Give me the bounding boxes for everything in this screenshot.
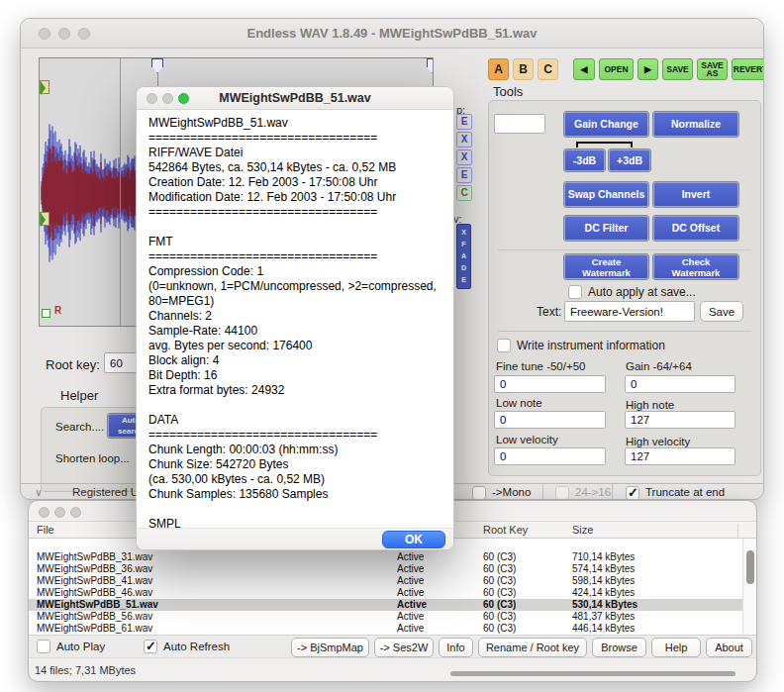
left-loop-marker-icon[interactable] (40, 212, 49, 226)
column-size[interactable]: Size (572, 524, 593, 536)
info-line: Modification Date: 12. Feb 2003 - 17:50:… (148, 190, 445, 205)
table-row-selected[interactable]: MWEightSwPdBB_51.wav Active 60 (C3) 530,… (29, 599, 742, 611)
info-line: Chunk Size: 542720 Bytes (148, 457, 445, 472)
ses2w-button[interactable]: -> Ses2W (374, 638, 434, 657)
shorten-loop-label[interactable]: Shorten loop... (55, 452, 130, 464)
watermark-save-button[interactable]: Save (700, 301, 743, 322)
cell-status: Active (397, 623, 424, 634)
copy-button[interactable]: C (456, 185, 472, 201)
table-row[interactable]: MWEightSwPdBB_31.wav Active 60 (C3) 710,… (29, 551, 742, 563)
root-key-label: Root key: (46, 357, 100, 372)
save-as-button[interactable]: SAVE AS (697, 58, 728, 80)
auto-apply-checkbox[interactable] (568, 285, 582, 299)
gain-change-button[interactable]: Gain Change (564, 112, 648, 137)
dc-filter-button[interactable]: DC Filter (564, 216, 648, 241)
close-icon[interactable] (39, 507, 49, 518)
create-watermark-button[interactable]: Create Watermark (564, 254, 648, 279)
cell-status: Active (397, 587, 424, 598)
cell-size: 598,14 kBytes (572, 575, 635, 586)
ok-button[interactable]: OK (382, 531, 445, 548)
save-button[interactable]: SAVE (662, 58, 693, 80)
about-button[interactable]: About (706, 638, 752, 657)
next-file-button[interactable]: ▶ (637, 58, 658, 80)
column-root-key[interactable]: Root Key (483, 524, 528, 536)
invert-button[interactable]: Invert (653, 182, 738, 207)
rename-root-key-button[interactable]: Rename / Root key (478, 638, 587, 657)
info-button[interactable]: Info (439, 638, 473, 657)
delete-button-2[interactable]: X (456, 149, 472, 165)
cell-file: MWEightSwPdBB_41.wav (37, 575, 363, 586)
info-line (148, 502, 445, 517)
slot-c-button[interactable]: C (538, 58, 558, 80)
marker-line[interactable] (120, 58, 121, 326)
auto-play-checkbox[interactable] (37, 640, 50, 653)
open-button[interactable]: OPEN (599, 58, 634, 80)
table-row[interactable]: MWEightSwPdBB_56.wav Active 60 (C3) 481,… (29, 611, 742, 623)
info-line: FMT (148, 235, 445, 249)
help-button[interactable]: Help (651, 638, 701, 657)
table-row[interactable]: MWEightSwPdBB_61.wav Active 60 (C3) 446,… (29, 623, 742, 635)
fine-tune-field[interactable] (494, 375, 606, 393)
cell-root-key: 60 (C3) (483, 587, 516, 598)
cell-size: 710,14 kBytes (572, 551, 635, 562)
edit-button-2[interactable]: E (456, 167, 472, 183)
table-row[interactable]: MWEightSwPdBB_46.wav Active 60 (C3) 424,… (29, 587, 742, 599)
plus-3db-button[interactable]: +3dB (609, 149, 650, 171)
horizontal-scrollbar[interactable] (450, 671, 735, 676)
vertical-scrollbar[interactable] (742, 539, 756, 635)
info-line: DATA (148, 413, 445, 428)
slot-b-button[interactable]: B (513, 58, 534, 80)
slot-a-button[interactable]: A (488, 58, 509, 80)
gain-range-field[interactable] (625, 375, 735, 393)
low-note-field[interactable] (494, 411, 606, 429)
column-file[interactable]: File (37, 524, 54, 536)
tools-title: Tools (493, 84, 523, 99)
info-line: Extra format bytes: 24932 (148, 383, 445, 398)
mono-checkbox[interactable] (472, 486, 486, 500)
minimize-icon[interactable] (54, 507, 65, 518)
low-velocity-field[interactable] (494, 447, 606, 465)
cell-size: 424,14 kBytes (572, 587, 635, 598)
right-channel-marker-icon[interactable] (42, 309, 50, 318)
right-channel-label: R (54, 305, 61, 316)
left-marker-icon[interactable] (40, 80, 49, 94)
swap-channels-button[interactable]: Swap Channels (564, 182, 648, 207)
revert-button[interactable]: REVERT (732, 58, 764, 80)
table-row[interactable]: MWEightSwPdBB_36.wav Active 60 (C3) 574,… (29, 563, 742, 575)
normalize-button[interactable]: Normalize (653, 112, 738, 137)
write-instrument-checkbox[interactable] (497, 339, 511, 352)
cell-file: MWEightSwPdBB_46.wav (37, 587, 363, 598)
zoom-icon[interactable] (70, 507, 81, 518)
delete-button-1[interactable]: X (456, 132, 472, 148)
watermark-text-field[interactable] (564, 301, 695, 322)
dc-offset-button[interactable]: DC Offset (653, 216, 738, 241)
cell-size: 574,14 kBytes (572, 563, 635, 574)
browse-button[interactable]: Browse (592, 638, 646, 657)
gain-value-field[interactable] (494, 114, 545, 134)
auto-refresh-checkbox[interactable] (144, 640, 157, 653)
cell-status: Active (397, 575, 424, 586)
dialog-title: MWEightSwPdBB_51.wav (137, 87, 453, 110)
table-row[interactable]: MWEightSwPdBB_41.wav Active 60 (C3) 598,… (29, 575, 742, 587)
bits-label: 24->16 (575, 486, 611, 498)
info-line (148, 398, 445, 413)
scrollbar-thumb[interactable] (746, 550, 754, 584)
chevron-down-icon[interactable]: ∨ (35, 486, 43, 499)
xfade-button[interactable]: XFADE (456, 224, 471, 289)
prev-file-button[interactable]: ◀ (573, 58, 595, 80)
cell-status: Active (397, 563, 424, 574)
info-line: (0=unknown, 1=PCM/uncompressed, >2=compr… (148, 279, 445, 294)
info-line: 542864 Bytes, ca. 530,14 kBytes - ca. 0,… (148, 160, 445, 175)
divider (612, 484, 613, 500)
truncate-checkbox[interactable] (626, 486, 639, 500)
high-velocity-field[interactable] (625, 447, 735, 465)
dialog-content: MWEightSwPdBB_51.wav ===================… (137, 110, 453, 549)
watermark-text-label: Text: (537, 305, 561, 319)
bjsmpmap-button[interactable]: -> BjSmpMap (291, 638, 369, 657)
bits-checkbox[interactable] (555, 486, 569, 500)
check-watermark-button[interactable]: Check Watermark (653, 254, 738, 279)
info-line: avg. Bytes per second: 176400 (148, 339, 445, 353)
edit-button-1[interactable]: E (456, 114, 472, 130)
high-note-field[interactable] (625, 411, 735, 429)
minus-3db-button[interactable]: -3dB (564, 149, 605, 171)
